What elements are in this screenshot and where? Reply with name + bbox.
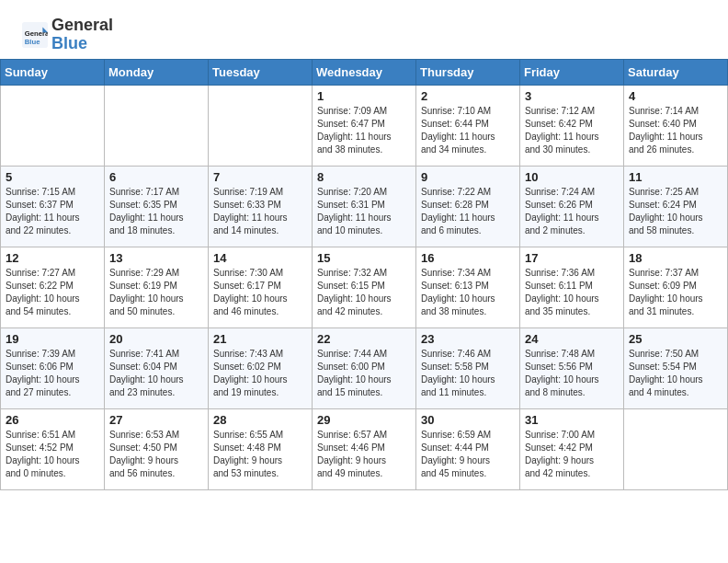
- calendar-day-2: 2Sunrise: 7:10 AM Sunset: 6:44 PM Daylig…: [416, 85, 520, 166]
- day-number: 6: [109, 170, 203, 184]
- day-info: Sunrise: 7:20 AM Sunset: 6:31 PM Dayligh…: [317, 186, 411, 237]
- day-info: Sunrise: 7:15 AM Sunset: 6:37 PM Dayligh…: [6, 186, 99, 237]
- calendar-day-5: 5Sunrise: 7:15 AM Sunset: 6:37 PM Daylig…: [1, 166, 105, 247]
- day-info: Sunrise: 7:14 AM Sunset: 6:40 PM Dayligh…: [629, 105, 722, 156]
- calendar-day-16: 16Sunrise: 7:34 AM Sunset: 6:13 PM Dayli…: [416, 247, 520, 327]
- day-info: Sunrise: 7:22 AM Sunset: 6:28 PM Dayligh…: [421, 186, 515, 237]
- day-info: Sunrise: 6:53 AM Sunset: 4:50 PM Dayligh…: [109, 429, 203, 480]
- day-number: 13: [109, 251, 203, 265]
- day-number: 16: [421, 251, 515, 265]
- day-number: 9: [421, 170, 515, 184]
- day-number: 7: [213, 170, 307, 184]
- calendar-day-6: 6Sunrise: 7:17 AM Sunset: 6:35 PM Daylig…: [105, 166, 209, 247]
- day-number: 21: [213, 332, 307, 346]
- calendar-day-3: 3Sunrise: 7:12 AM Sunset: 6:42 PM Daylig…: [520, 85, 624, 166]
- day-info: Sunrise: 7:43 AM Sunset: 6:02 PM Dayligh…: [213, 348, 307, 399]
- calendar-empty-cell: [624, 408, 728, 489]
- day-info: Sunrise: 7:32 AM Sunset: 6:15 PM Dayligh…: [317, 267, 411, 318]
- day-number: 27: [109, 413, 203, 427]
- calendar-day-1: 1Sunrise: 7:09 AM Sunset: 6:47 PM Daylig…: [313, 85, 416, 166]
- logo-blue-text: Blue: [51, 35, 113, 53]
- day-info: Sunrise: 7:24 AM Sunset: 6:26 PM Dayligh…: [525, 186, 619, 237]
- logo-icon: General Blue: [22, 22, 48, 48]
- logo-general-text: General: [51, 17, 113, 35]
- day-number: 20: [109, 332, 203, 346]
- day-info: Sunrise: 7:00 AM Sunset: 4:42 PM Dayligh…: [525, 429, 619, 480]
- day-info: Sunrise: 7:39 AM Sunset: 6:06 PM Dayligh…: [6, 348, 99, 399]
- calendar-week-2: 5Sunrise: 7:15 AM Sunset: 6:37 PM Daylig…: [1, 166, 728, 247]
- day-number: 10: [525, 170, 619, 184]
- calendar-day-24: 24Sunrise: 7:48 AM Sunset: 5:56 PM Dayli…: [520, 327, 624, 408]
- day-info: Sunrise: 7:25 AM Sunset: 6:24 PM Dayligh…: [629, 186, 722, 237]
- column-header-saturday: Saturday: [624, 59, 728, 85]
- day-info: Sunrise: 7:10 AM Sunset: 6:44 PM Dayligh…: [421, 105, 515, 156]
- day-info: Sunrise: 7:48 AM Sunset: 5:56 PM Dayligh…: [525, 348, 619, 399]
- calendar-day-20: 20Sunrise: 7:41 AM Sunset: 6:04 PM Dayli…: [105, 327, 209, 408]
- calendar-day-4: 4Sunrise: 7:14 AM Sunset: 6:40 PM Daylig…: [624, 85, 728, 166]
- day-number: 23: [421, 332, 515, 346]
- day-number: 29: [317, 413, 411, 427]
- calendar-empty-cell: [105, 85, 209, 166]
- calendar-day-9: 9Sunrise: 7:22 AM Sunset: 6:28 PM Daylig…: [416, 166, 520, 247]
- day-number: 8: [317, 170, 411, 184]
- day-info: Sunrise: 7:50 AM Sunset: 5:54 PM Dayligh…: [629, 348, 722, 399]
- day-info: Sunrise: 7:34 AM Sunset: 6:13 PM Dayligh…: [421, 267, 515, 318]
- calendar-day-22: 22Sunrise: 7:44 AM Sunset: 6:00 PM Dayli…: [313, 327, 416, 408]
- calendar-day-29: 29Sunrise: 6:57 AM Sunset: 4:46 PM Dayli…: [313, 408, 416, 489]
- column-header-wednesday: Wednesday: [313, 59, 416, 85]
- page-header: General Blue General Blue: [0, 0, 728, 59]
- day-info: Sunrise: 7:37 AM Sunset: 6:09 PM Dayligh…: [629, 267, 722, 318]
- calendar-day-30: 30Sunrise: 6:59 AM Sunset: 4:44 PM Dayli…: [416, 408, 520, 489]
- calendar-week-1: 1Sunrise: 7:09 AM Sunset: 6:47 PM Daylig…: [1, 85, 728, 166]
- day-number: 30: [421, 413, 515, 427]
- day-number: 26: [6, 413, 99, 427]
- day-number: 25: [629, 332, 722, 346]
- calendar-day-7: 7Sunrise: 7:19 AM Sunset: 6:33 PM Daylig…: [209, 166, 313, 247]
- day-number: 28: [213, 413, 307, 427]
- calendar-week-5: 26Sunrise: 6:51 AM Sunset: 4:52 PM Dayli…: [1, 408, 728, 489]
- calendar-day-27: 27Sunrise: 6:53 AM Sunset: 4:50 PM Dayli…: [105, 408, 209, 489]
- day-number: 24: [525, 332, 619, 346]
- calendar-day-25: 25Sunrise: 7:50 AM Sunset: 5:54 PM Dayli…: [624, 327, 728, 408]
- calendar-week-4: 19Sunrise: 7:39 AM Sunset: 6:06 PM Dayli…: [1, 327, 728, 408]
- calendar-empty-cell: [1, 85, 105, 166]
- calendar-day-17: 17Sunrise: 7:36 AM Sunset: 6:11 PM Dayli…: [520, 247, 624, 327]
- day-number: 2: [421, 89, 515, 103]
- day-number: 15: [317, 251, 411, 265]
- column-header-tuesday: Tuesday: [209, 59, 313, 85]
- day-info: Sunrise: 7:44 AM Sunset: 6:00 PM Dayligh…: [317, 348, 411, 399]
- calendar-day-14: 14Sunrise: 7:30 AM Sunset: 6:17 PM Dayli…: [209, 247, 313, 327]
- day-number: 17: [525, 251, 619, 265]
- calendar-header-row: SundayMondayTuesdayWednesdayThursdayFrid…: [1, 59, 728, 85]
- calendar-day-21: 21Sunrise: 7:43 AM Sunset: 6:02 PM Dayli…: [209, 327, 313, 408]
- calendar-table: SundayMondayTuesdayWednesdayThursdayFrid…: [0, 59, 728, 490]
- day-number: 14: [213, 251, 307, 265]
- calendar-day-18: 18Sunrise: 7:37 AM Sunset: 6:09 PM Dayli…: [624, 247, 728, 327]
- day-number: 19: [6, 332, 99, 346]
- day-info: Sunrise: 6:51 AM Sunset: 4:52 PM Dayligh…: [6, 429, 99, 480]
- calendar-day-31: 31Sunrise: 7:00 AM Sunset: 4:42 PM Dayli…: [520, 408, 624, 489]
- day-info: Sunrise: 7:29 AM Sunset: 6:19 PM Dayligh…: [109, 267, 203, 318]
- calendar-day-23: 23Sunrise: 7:46 AM Sunset: 5:58 PM Dayli…: [416, 327, 520, 408]
- day-number: 4: [629, 89, 722, 103]
- day-info: Sunrise: 7:36 AM Sunset: 6:11 PM Dayligh…: [525, 267, 619, 318]
- day-info: Sunrise: 7:17 AM Sunset: 6:35 PM Dayligh…: [109, 186, 203, 237]
- day-info: Sunrise: 7:19 AM Sunset: 6:33 PM Dayligh…: [213, 186, 307, 237]
- day-number: 11: [629, 170, 722, 184]
- day-info: Sunrise: 7:30 AM Sunset: 6:17 PM Dayligh…: [213, 267, 307, 318]
- day-number: 1: [317, 89, 411, 103]
- calendar-day-11: 11Sunrise: 7:25 AM Sunset: 6:24 PM Dayli…: [624, 166, 728, 247]
- column-header-friday: Friday: [520, 59, 624, 85]
- day-info: Sunrise: 7:12 AM Sunset: 6:42 PM Dayligh…: [525, 105, 619, 156]
- day-number: 12: [6, 251, 99, 265]
- day-info: Sunrise: 7:46 AM Sunset: 5:58 PM Dayligh…: [421, 348, 515, 399]
- column-header-sunday: Sunday: [1, 59, 105, 85]
- day-info: Sunrise: 7:41 AM Sunset: 6:04 PM Dayligh…: [109, 348, 203, 399]
- day-info: Sunrise: 6:57 AM Sunset: 4:46 PM Dayligh…: [317, 429, 411, 480]
- day-number: 5: [6, 170, 99, 184]
- calendar-week-3: 12Sunrise: 7:27 AM Sunset: 6:22 PM Dayli…: [1, 247, 728, 327]
- calendar-empty-cell: [209, 85, 313, 166]
- calendar-day-28: 28Sunrise: 6:55 AM Sunset: 4:48 PM Dayli…: [209, 408, 313, 489]
- svg-text:Blue: Blue: [25, 38, 40, 46]
- day-number: 31: [525, 413, 619, 427]
